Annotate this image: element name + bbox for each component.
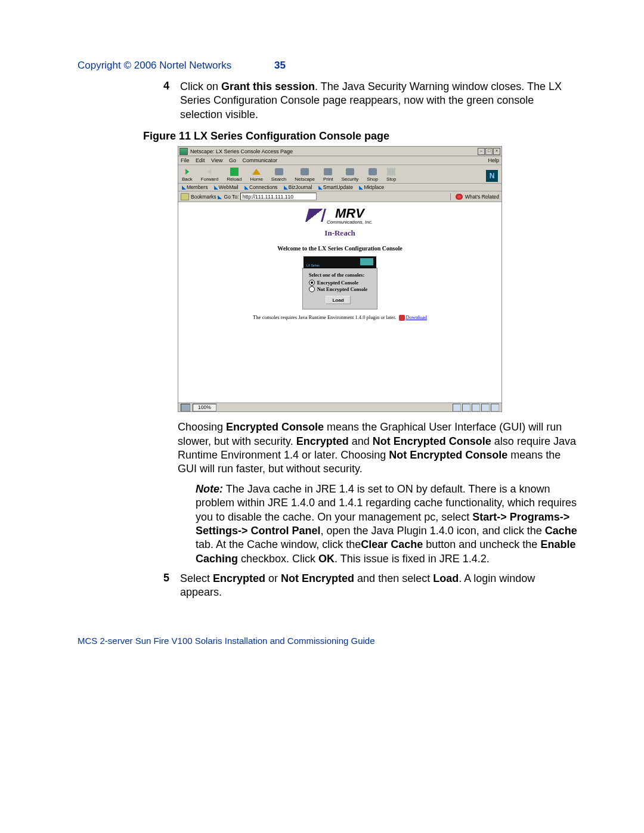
progress-percent: 100% (193, 404, 216, 411)
window-titlebar: Netscape: LX Series Console Access Page … (178, 147, 501, 156)
bookmark-icon: ◣ (244, 184, 249, 190)
status-indicator-icon (481, 404, 490, 411)
step-4: 4 Click on Grant this session. The Java … (143, 80, 578, 122)
link-smartupdate[interactable]: SmartUpdate (323, 184, 353, 190)
step-text: Select Encrypted or Not Encrypted and th… (180, 572, 578, 600)
shop-button[interactable]: Shop (367, 168, 378, 182)
bookmarks-icon (181, 193, 189, 200)
note-block: Note: The Java cache in JRE 1.4 is set t… (196, 482, 578, 566)
toolbar: Back Forward Reload Home Search Netscape… (178, 165, 501, 184)
home-icon (252, 169, 261, 175)
step-number: 5 (143, 572, 180, 600)
page-footer: MCS 2-server Sun Fire V100 Solaris Insta… (78, 636, 578, 646)
note-label: Note: (196, 483, 223, 495)
minimize-button[interactable]: – (478, 148, 485, 155)
reload-button[interactable]: Reload (227, 168, 242, 182)
location-bar: Bookmarks ◣ Go To: What's Related (178, 191, 501, 202)
copyright: Copyright © 2006 Nortel Networks (78, 60, 274, 72)
select-title: Select one of the consoles: (309, 272, 368, 278)
page-content: MRV Communications, Inc. In-Reach Welcom… (178, 202, 501, 402)
search-icon (275, 168, 283, 175)
print-icon (324, 168, 332, 175)
browser-window: Netscape: LX Series Console Access Page … (178, 146, 502, 412)
app-icon (179, 148, 188, 155)
radio-icon (309, 286, 315, 292)
download-link[interactable]: Download (406, 314, 427, 320)
dropdown-icon[interactable]: ◣ (218, 194, 222, 200)
home-button[interactable]: Home (250, 169, 263, 182)
related-icon (456, 194, 463, 200)
window-title: Netscape: LX Series Console Access Page (190, 148, 478, 154)
menu-view[interactable]: View (211, 157, 222, 163)
status-indicator-icon (462, 404, 470, 411)
link-mktplace[interactable]: Mktplace (364, 184, 384, 190)
step-number: 4 (143, 80, 180, 122)
netscape-button[interactable]: Netscape (295, 168, 315, 182)
bookmark-icon: ◣ (214, 184, 218, 190)
page-header: Copyright © 2006 Nortel Networks 35 (78, 60, 578, 72)
menu-edit[interactable]: Edit (196, 157, 205, 163)
link-webmail[interactable]: WebMail (219, 184, 239, 190)
status-bar: 100% (178, 402, 501, 411)
bookmark-icon: ◣ (284, 184, 288, 190)
menu-go[interactable]: Go (229, 157, 236, 163)
status-indicator-icon (472, 404, 480, 411)
back-button[interactable]: Back (182, 168, 193, 182)
paragraph-choosing: Choosing Encrypted Console means the Gra… (178, 420, 578, 476)
reload-icon (230, 168, 239, 176)
link-members[interactable]: Members (187, 184, 208, 190)
shop-icon (369, 168, 377, 175)
search-button[interactable]: Search (271, 168, 286, 182)
status-icon (181, 404, 190, 411)
maximize-button[interactable]: □ (485, 148, 493, 155)
menu-communicator[interactable]: Communicator (242, 157, 277, 163)
step-text: Click on Grant this session. The Java Se… (180, 80, 578, 122)
link-bar: ◣Members ◣WebMail ◣Connections ◣BizJourn… (178, 184, 501, 191)
link-connections[interactable]: Connections (249, 184, 277, 190)
device-image: LX Series (304, 256, 376, 268)
menu-file[interactable]: File (181, 157, 190, 163)
url-input[interactable] (240, 193, 317, 200)
download-icon (399, 315, 405, 321)
print-button[interactable]: Print (323, 168, 333, 182)
forward-icon (208, 169, 211, 175)
bookmark-icon: ◣ (318, 184, 323, 190)
link-bizjournal[interactable]: BizJournal (289, 184, 312, 190)
option-encrypted[interactable]: Encrypted Console (309, 280, 368, 286)
page-number: 35 (274, 60, 286, 72)
bookmark-icon: ◣ (182, 184, 186, 190)
stop-button[interactable]: Stop (386, 168, 396, 182)
step-5: 5 Select Encrypted or Not Encrypted and … (143, 572, 578, 600)
status-indicator-icon (453, 404, 461, 411)
goto-label: Go To: (224, 194, 239, 200)
menu-help[interactable]: Help (488, 157, 499, 163)
netscape-logo: N (486, 170, 498, 182)
close-button[interactable]: × (493, 148, 500, 155)
whats-related[interactable]: What's Related (465, 194, 499, 200)
mrv-logo: MRV Communications, Inc. (307, 206, 373, 225)
radio-selected-icon (309, 280, 315, 286)
forward-button[interactable]: Forward (201, 168, 218, 182)
mrv-mark-icon (305, 209, 326, 222)
requires-text: The consoles requires Java Runtime Envir… (253, 314, 427, 321)
welcome-text: Welcome to the LX Series Configuration C… (277, 245, 402, 252)
load-button[interactable]: Load (326, 296, 351, 304)
console-select-box: Select one of the consoles: Encrypted Co… (302, 268, 378, 309)
status-indicator-icon (491, 404, 499, 411)
security-button[interactable]: Security (341, 168, 358, 182)
security-icon (346, 168, 354, 175)
netscape-icon (301, 168, 309, 175)
bookmarks-label[interactable]: Bookmarks (191, 194, 216, 200)
inreach-title: In-Reach (324, 228, 355, 238)
stop-icon (387, 168, 395, 175)
option-not-encrypted[interactable]: Not Encrypted Console (309, 286, 368, 292)
figure-caption: Figure 11 LX Series Configuration Consol… (143, 130, 578, 143)
bookmark-icon: ◣ (359, 184, 363, 190)
menu-bar: File Edit View Go Communicator Help (178, 156, 501, 165)
back-icon (185, 169, 189, 175)
